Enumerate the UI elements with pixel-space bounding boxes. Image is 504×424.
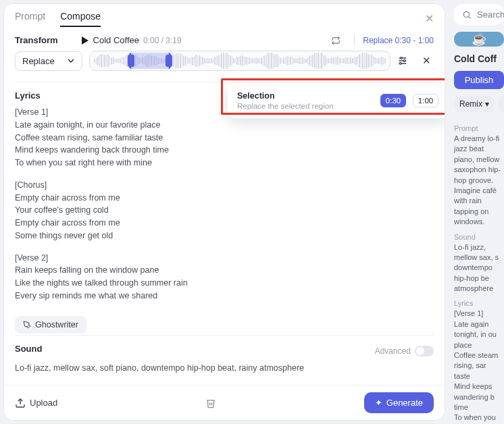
popover-subtitle: Replace the selected region: [237, 102, 374, 110]
lyric-line: Your coffee's getting cold: [15, 204, 434, 217]
side-panel: Search ☕ Cold Coff Publish Remix ▾ E Pro…: [454, 4, 504, 420]
lyric-line: Like the nights we talked through summer…: [15, 277, 434, 290]
chevron-down-icon: [67, 57, 75, 65]
side-lyrics-label: Lyrics: [454, 299, 504, 307]
svg-point-5: [399, 63, 401, 65]
song-time: 0:00 / 3:19: [143, 36, 182, 45]
selection-popover: Selection Replace the selected region 0:…: [228, 83, 445, 118]
popover-title: Selection: [237, 91, 374, 101]
tab-compose[interactable]: Compose: [60, 11, 101, 27]
song-cover[interactable]: ☕: [454, 32, 504, 47]
svg-line-8: [469, 16, 471, 18]
transform-mode-dropdown[interactable]: Replace: [15, 51, 82, 71]
side-sound-body: Lo-fi jazz, mellow sax, s downtempo hip-…: [454, 242, 504, 294]
lyric-line: Mind keeps wandering back through time: [15, 144, 434, 157]
bottom-bar: Upload ✦ Generate: [4, 385, 445, 420]
lyric-line: Late again tonight, in our favorite plac…: [15, 119, 434, 132]
side-prompt-body: A dreamy lo-fi jazz beat piano, mellow s…: [454, 134, 504, 228]
replace-range[interactable]: Replace 0:30 - 1:00: [354, 36, 434, 45]
song-title: Cold Coffee: [93, 35, 139, 45]
side-song-title: Cold Coff: [454, 53, 504, 64]
sound-title: Sound: [15, 344, 42, 354]
trash-icon[interactable]: [205, 398, 216, 408]
upload-icon: [15, 398, 26, 408]
sound-section: Sound Advanced Lo-fi jazz, mellow sax, s…: [15, 335, 434, 386]
advanced-toggle[interactable]: [415, 346, 434, 356]
ghostwriter-button[interactable]: Ghostwriter: [15, 316, 86, 334]
lyric-line: To when you sat right here with mine: [15, 157, 434, 169]
pen-icon: [23, 321, 31, 329]
lyric-line: Empty chair across from me: [15, 192, 434, 205]
verse2-tag: [Verse 2]: [15, 252, 434, 265]
selection-start-input[interactable]: 0:30: [380, 94, 406, 107]
side-prompt-label: Prompt: [454, 124, 504, 132]
chorus-tag: [Chorus]: [15, 179, 434, 192]
waveform-selection[interactable]: [129, 53, 171, 69]
side-lyrics-body: [Verse 1] Late again tonight, in ou plac…: [454, 309, 504, 424]
svg-point-7: [463, 11, 469, 17]
selection-end-input[interactable]: 1:00: [413, 94, 438, 107]
lyric-line: Some things never get old: [15, 230, 434, 242]
dropdown-label: Replace: [22, 56, 55, 66]
selection-start-handle[interactable]: [128, 55, 134, 67]
lyrics-section: Lyrics [Verse 1] Late again tonight, in …: [15, 82, 434, 334]
transform-header: Transform Cold Coffee 0:00 / 3:19 Replac…: [4, 27, 445, 48]
transform-label: Transform: [15, 35, 58, 45]
search-placeholder: Search: [477, 9, 504, 20]
topbar: Prompt Compose ✕: [4, 4, 445, 27]
search-input[interactable]: Search: [454, 4, 504, 25]
lyric-line: Every sip reminds me what we shared: [15, 290, 434, 302]
lyric-line: Coffee steam rising, same familiar taste: [15, 132, 434, 144]
lyric-line: Empty chair across from me: [15, 217, 434, 230]
ghostwriter-label: Ghostwriter: [35, 320, 78, 329]
sparkle-icon: ✦: [375, 398, 382, 408]
tabs: Prompt Compose: [15, 11, 101, 27]
sliders-icon[interactable]: [397, 55, 412, 66]
advanced-label: Advanced: [375, 346, 411, 356]
play-icon[interactable]: [81, 36, 89, 45]
side-sound-label: Sound: [454, 233, 504, 241]
edit-button[interactable]: E: [499, 96, 504, 112]
upload-button[interactable]: Upload: [15, 398, 57, 408]
svg-point-4: [403, 60, 405, 62]
selection-end-handle[interactable]: [166, 55, 172, 67]
publish-button[interactable]: Publish: [454, 71, 504, 89]
close-icon[interactable]: ✕: [425, 12, 434, 25]
waveform-row: Replace ✕: [4, 48, 445, 80]
remix-button[interactable]: Remix ▾: [454, 96, 495, 112]
generate-button[interactable]: ✦ Generate: [364, 392, 434, 413]
tab-prompt[interactable]: Prompt: [15, 11, 45, 27]
search-icon: [462, 10, 472, 20]
close-wave-icon[interactable]: ✕: [419, 55, 434, 67]
loop-icon[interactable]: [331, 36, 341, 45]
generate-label: Generate: [386, 398, 423, 408]
lyric-line: Rain keeps falling on the window pane: [15, 264, 434, 277]
chevron-down-icon: ▾: [485, 99, 489, 109]
main-panel: Prompt Compose ✕ Transform Cold Coffee 0…: [4, 4, 445, 420]
svg-point-3: [401, 57, 403, 59]
upload-label: Upload: [30, 398, 57, 408]
waveform[interactable]: [89, 51, 390, 71]
sound-description: Lo-fi jazz, mellow sax, soft piano, down…: [15, 363, 434, 373]
